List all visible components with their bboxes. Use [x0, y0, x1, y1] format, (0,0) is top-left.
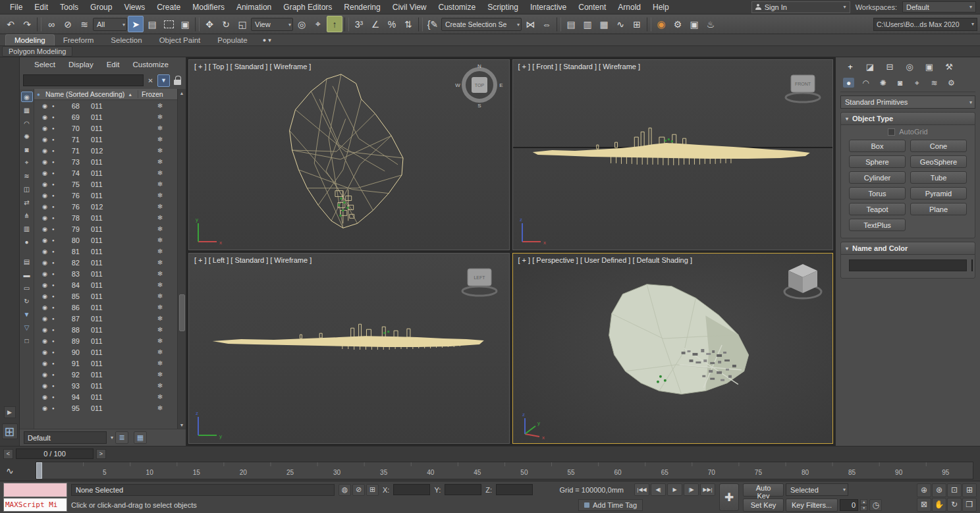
- active-layer-select[interactable]: Default: [24, 431, 107, 444]
- go-to-end-button[interactable]: ▶▶|: [700, 483, 715, 496]
- frozen-snowflake-icon[interactable]: ❄: [143, 248, 177, 255]
- scrollbar-thumb[interactable]: [179, 294, 185, 331]
- name-color-rollout-header[interactable]: ▾ Name and Color: [841, 242, 975, 255]
- frozen-snowflake-icon[interactable]: ❄: [143, 292, 177, 300]
- collapse-all-icon[interactable]: ▬: [21, 269, 33, 280]
- tube-button[interactable]: Tube: [910, 171, 967, 184]
- spin-down-icon[interactable]: ▼: [860, 505, 867, 511]
- hierarchy-tab[interactable]: ⊟: [884, 61, 896, 72]
- visibility-eye-icon[interactable]: ◉: [42, 405, 52, 412]
- edit-named-selection-sets-icon[interactable]: {✎: [425, 16, 441, 32]
- layers-icon[interactable]: ≣: [115, 431, 128, 444]
- snaps-toggle-icon[interactable]: 3³: [351, 16, 367, 32]
- viewport-label[interactable]: [ + ] [ Left ] [ Standard ] [ Wireframe …: [194, 256, 312, 264]
- key-selection-combo[interactable]: Selected: [786, 483, 848, 496]
- selection-filter-select[interactable]: All: [93, 18, 127, 31]
- frozen-column-header[interactable]: Frozen: [138, 90, 177, 98]
- play-button[interactable]: ▶: [667, 483, 682, 496]
- visibility-eye-icon[interactable]: ◉: [42, 282, 52, 288]
- object-row[interactable]: ◉ ● 92 011 ❄: [34, 369, 177, 380]
- sign-in-button[interactable]: Sign In ▾: [751, 1, 850, 13]
- filter-icon[interactable]: ▽: [21, 322, 33, 333]
- explorer-menu-customize[interactable]: Customize: [126, 59, 175, 70]
- menu-customize[interactable]: Customize: [433, 1, 482, 14]
- select-object-icon[interactable]: ➤: [128, 16, 144, 32]
- visibility-eye-icon[interactable]: ◉: [42, 114, 52, 121]
- current-frame-field[interactable]: 0: [840, 499, 858, 511]
- frozen-snowflake-icon[interactable]: ❄: [143, 404, 177, 412]
- window-crossing-icon[interactable]: ▣: [177, 16, 193, 32]
- display-xrefs-icon[interactable]: ⇄: [21, 197, 33, 207]
- frame-spinner[interactable]: ▲▼: [860, 499, 867, 511]
- next-frame-button[interactable]: |▶: [684, 483, 699, 496]
- box-button[interactable]: Box: [849, 140, 906, 152]
- advanced-filter-icon[interactable]: ▼: [21, 309, 33, 319]
- add-time-tag-button[interactable]: Add Time Tag: [578, 499, 643, 511]
- rendered-frame-window-icon[interactable]: ▣: [686, 16, 702, 32]
- display-lights-icon[interactable]: ✺: [21, 131, 33, 142]
- time-configuration-button[interactable]: ◷: [869, 499, 882, 511]
- sphere-button[interactable]: Sphere: [849, 155, 906, 168]
- rectangular-selection-region-icon[interactable]: [161, 16, 177, 32]
- previous-frame-button[interactable]: ◀|: [651, 483, 666, 496]
- object-row[interactable]: ◉ ● 95 011 ❄: [34, 402, 177, 414]
- visibility-eye-icon[interactable]: ◉: [42, 349, 52, 356]
- track-bar-ruler[interactable]: 5101520253035404550556065707580859095100: [36, 462, 973, 479]
- frozen-snowflake-icon[interactable]: ❄: [143, 136, 177, 143]
- frozen-snowflake-icon[interactable]: ❄: [143, 113, 177, 121]
- object-row[interactable]: ◉ ● 88 011 ❄: [34, 324, 177, 335]
- select-and-rotate-icon[interactable]: ↻: [218, 16, 234, 32]
- object-row[interactable]: ◉ ● 71 012 ❄: [34, 145, 177, 156]
- object-row[interactable]: ◉ ● 81 011 ❄: [34, 246, 177, 257]
- named-selection-set-combo[interactable]: Create Selection Se: [441, 18, 522, 31]
- select-by-name-icon[interactable]: ▤: [144, 16, 160, 32]
- select-and-scale-icon[interactable]: ◱: [234, 16, 250, 32]
- lock-cell-editing-icon[interactable]: ◉: [21, 92, 33, 102]
- visibility-eye-icon[interactable]: ◉: [42, 148, 52, 154]
- display-materials-icon[interactable]: ●: [21, 236, 33, 247]
- material-editor-icon[interactable]: ◉: [653, 16, 669, 32]
- frozen-snowflake-icon[interactable]: ❄: [143, 360, 177, 367]
- viewcube-compass[interactable]: TOP N E S W: [455, 64, 504, 113]
- textplus-button[interactable]: TextPlus: [849, 219, 906, 231]
- object-row[interactable]: ◉ ● 89 011 ❄: [34, 335, 177, 346]
- frozen-snowflake-icon[interactable]: ❄: [143, 382, 177, 389]
- object-row[interactable]: ◉ ● 83 011 ❄: [34, 268, 177, 279]
- sync-selection-icon[interactable]: ↻: [21, 296, 33, 306]
- menu-rendering[interactable]: Rendering: [338, 1, 386, 14]
- display-bones-icon[interactable]: ⋔: [21, 210, 33, 221]
- percent-snap-icon[interactable]: %: [384, 16, 400, 32]
- redo-icon[interactable]: ↷: [19, 16, 35, 32]
- autogrid-checkbox[interactable]: [888, 128, 895, 136]
- viewport-layout-tabs-button[interactable]: ⊞: [2, 423, 18, 439]
- explorer-scrollbar[interactable]: ▲ ▼: [177, 89, 186, 429]
- visibility-eye-icon[interactable]: ◉: [42, 181, 52, 188]
- viewport-label[interactable]: [ + ] [ Perspective ] [ User Defined ] […: [518, 256, 692, 264]
- create-tab[interactable]: +: [844, 61, 856, 72]
- viewport-top[interactable]: [ + ] [ Top ] [ Standard ] [ Wireframe ]: [188, 59, 510, 250]
- display-geometry-icon[interactable]: ▦: [21, 105, 33, 115]
- object-row[interactable]: ◉ ● 86 011 ❄: [34, 302, 177, 313]
- frozen-snowflake-icon[interactable]: ❄: [143, 337, 177, 344]
- unlink-selection-icon[interactable]: ⊘: [60, 16, 76, 32]
- object-row[interactable]: ◉ ● 84 011 ❄: [34, 279, 177, 290]
- cylinder-button[interactable]: Cylinder: [849, 171, 906, 184]
- x-coordinate-field[interactable]: [393, 484, 430, 495]
- pan-icon[interactable]: ✋: [932, 498, 946, 512]
- container-icon[interactable]: □: [21, 335, 33, 346]
- cone-button[interactable]: Cone: [910, 140, 967, 152]
- menu-edit[interactable]: Edit: [28, 1, 54, 14]
- frozen-snowflake-icon[interactable]: ❄: [143, 315, 177, 322]
- visibility-eye-icon[interactable]: ◉: [42, 360, 52, 367]
- visibility-eye-icon[interactable]: ◉: [42, 136, 52, 143]
- undo-icon[interactable]: ↶: [3, 16, 18, 32]
- viewport-left[interactable]: [ + ] [ Left ] [ Standard ] [ Wireframe …: [188, 253, 510, 444]
- object-row[interactable]: ◉ ● 80 011 ❄: [34, 234, 177, 246]
- object-row[interactable]: ◉ ● 69 011 ❄: [34, 111, 177, 122]
- space-warps-category[interactable]: ≋: [929, 78, 940, 88]
- object-row[interactable]: ◉ ● 93 011 ❄: [34, 380, 177, 391]
- cameras-category[interactable]: ◙: [894, 78, 906, 88]
- modify-tab[interactable]: ◪: [864, 61, 876, 72]
- visibility-eye-icon[interactable]: ◉: [42, 327, 52, 333]
- use-pivot-point-center-icon[interactable]: ◎: [294, 16, 310, 32]
